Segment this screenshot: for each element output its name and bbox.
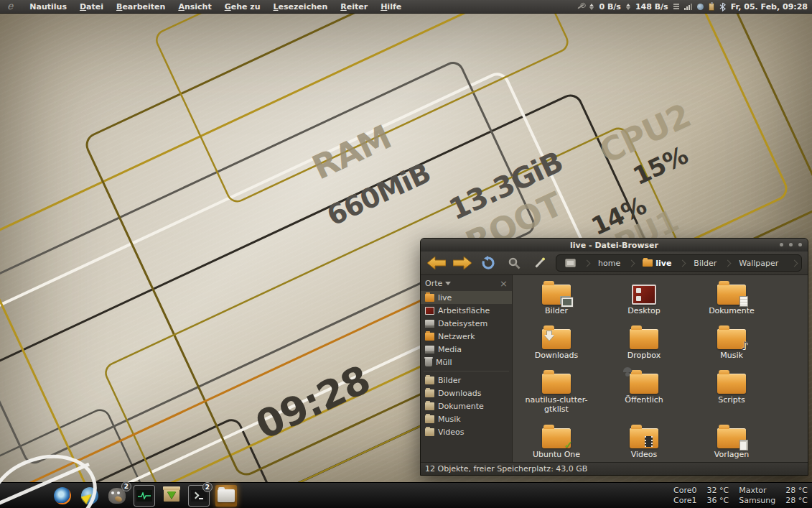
file-item-downloads[interactable]: Downloads xyxy=(513,323,600,367)
enlightenment-logo-icon[interactable]: e xyxy=(0,0,23,13)
chevron-down-icon xyxy=(445,282,451,285)
reload-icon xyxy=(481,256,495,270)
sensor-label: Core0 xyxy=(673,486,696,495)
top-menubar: e Nautilus Datei Bearbeiten Ansicht Gehe… xyxy=(0,0,812,14)
sidebar-header[interactable]: Orte × xyxy=(421,275,512,291)
music-emblem-icon: ♪ xyxy=(741,341,748,351)
sidebar-item-netzwerk[interactable]: Netzwerk xyxy=(421,330,512,343)
file-label: Desktop xyxy=(627,307,660,316)
sidebar-item-label: Bilder xyxy=(438,376,461,385)
menu-reiter[interactable]: Reiter xyxy=(334,1,374,13)
reload-button[interactable] xyxy=(478,254,498,272)
breadcrumb-bilder[interactable]: Bilder xyxy=(689,259,721,268)
messaging-icon[interactable] xyxy=(697,4,704,10)
file-label: Dropbox xyxy=(627,351,661,361)
file-item-bilder[interactable]: Bilder xyxy=(513,278,600,323)
desktop-screen: e Nautilus Datei Bearbeiten Ansicht Gehe… xyxy=(0,0,812,508)
folder-icon xyxy=(630,428,658,448)
sensor-value: 28 °C xyxy=(785,486,808,495)
dock-file-manager-active[interactable] xyxy=(215,485,237,507)
window-close-icon[interactable] xyxy=(798,243,802,246)
sidebar-item-dokumente[interactable]: Dokumente xyxy=(421,400,512,412)
desktop-icon xyxy=(425,307,434,315)
sidebar-item-bilder[interactable]: Bilder xyxy=(421,374,512,387)
sidebar-item-live[interactable]: live xyxy=(421,291,512,304)
window-title: live - Datei-Browser xyxy=(421,241,808,250)
sensor-value: 36 °C xyxy=(707,496,729,505)
indicator-menu-icon[interactable] xyxy=(673,4,679,9)
folder-icon xyxy=(717,428,746,448)
menu-nautilus[interactable]: Nautilus xyxy=(23,1,73,13)
places-sidebar: Orte × live Arbeitsfläche Dateisystem Ne… xyxy=(421,275,513,462)
window-minimize-icon[interactable] xyxy=(780,243,783,246)
file-item-ubuntu-one[interactable]: ✓ Ubuntu One xyxy=(513,422,600,462)
back-arrow-icon xyxy=(427,257,446,269)
clipboard-icon[interactable] xyxy=(709,3,714,11)
breadcrumb: home live Bilder Wallpaper xyxy=(556,254,802,272)
network-signal-icon[interactable] xyxy=(684,3,692,10)
sidebar-item-dateisystem[interactable]: Dateisystem xyxy=(421,317,512,330)
menu-lesezeichen[interactable]: Lesezeichen xyxy=(267,1,335,13)
file-item-videos[interactable]: Videos xyxy=(600,422,688,462)
search-button[interactable] xyxy=(504,254,524,272)
breadcrumb-computer[interactable] xyxy=(561,259,580,267)
folder-icon xyxy=(425,415,434,423)
window-count-badge: 2 xyxy=(202,482,213,492)
folder-icon xyxy=(425,389,434,397)
file-item-desktop[interactable]: Desktop xyxy=(600,278,688,323)
file-item-nautilus-clutter-gtklist[interactable]: nautilus-clutter-gtklist xyxy=(513,367,600,422)
sensor-applet: Core0 32 °C Maxtor 28 °C Core1 36 °C Sam… xyxy=(673,486,812,505)
file-item-dokumente[interactable]: Dokumente xyxy=(688,278,775,323)
clock-applet[interactable]: Fr, 05. Feb, 09:28 xyxy=(731,2,808,11)
forward-button[interactable] xyxy=(452,254,472,272)
window-maximize-icon[interactable] xyxy=(789,243,793,246)
dock-gimp[interactable]: 2 xyxy=(106,485,128,507)
dock-system-monitor[interactable] xyxy=(134,485,155,507)
sidebar-item-muell[interactable]: Müll xyxy=(421,356,512,369)
dock-terminal[interactable]: 2 xyxy=(188,485,210,507)
sensor-label: Core1 xyxy=(673,496,696,505)
edit-location-button[interactable] xyxy=(530,254,550,272)
menu-datei[interactable]: Datei xyxy=(73,1,110,13)
breadcrumb-live[interactable]: live xyxy=(638,259,676,268)
sidebar-item-label: Arbeitsfläche xyxy=(438,306,490,315)
window-controls[interactable] xyxy=(780,243,802,246)
breadcrumb-wallpaper[interactable]: Wallpaper xyxy=(734,259,783,268)
system-monitor-icon xyxy=(136,490,152,502)
menu-gehe-zu[interactable]: Gehe zu xyxy=(218,1,267,13)
connection-icon[interactable] xyxy=(578,4,584,9)
sidebar-item-media[interactable]: Media xyxy=(421,343,512,356)
sidebar-close-button[interactable]: × xyxy=(500,279,508,288)
sidebar-item-label: Downloads xyxy=(438,389,481,398)
folder-icon xyxy=(425,377,434,384)
menu-ansicht[interactable]: Ansicht xyxy=(172,1,218,13)
folder-icon xyxy=(425,402,434,410)
menu-hilfe[interactable]: Hilfe xyxy=(374,1,408,13)
breadcrumb-home[interactable]: home xyxy=(594,259,625,268)
file-item-dropbox[interactable]: Dropbox xyxy=(600,323,688,367)
sidebar-item-downloads[interactable]: Downloads xyxy=(421,387,512,400)
dock-package-manager[interactable] xyxy=(161,485,182,507)
file-item-vorlagen[interactable]: Vorlagen xyxy=(688,422,775,462)
folder-icon xyxy=(630,374,658,394)
file-item-scripts[interactable]: Scripts xyxy=(688,367,775,422)
net-upload-icon xyxy=(626,4,630,10)
sidebar-item-label: Media xyxy=(438,345,462,354)
bluetooth-icon[interactable] xyxy=(719,2,726,11)
folder-icon xyxy=(542,285,571,305)
chevron-right-icon xyxy=(679,259,686,267)
folder-icon xyxy=(630,329,658,349)
taskbar: 2 2 Core0 32 °C Maxtor 28 °C Core1 36 °C… xyxy=(0,482,812,508)
package-download-icon xyxy=(164,489,179,502)
file-item-musik[interactable]: ♪ Musik xyxy=(688,323,775,367)
sidebar-item-arbeitsflaeche[interactable]: Arbeitsfläche xyxy=(421,304,512,317)
trash-icon xyxy=(425,359,432,366)
sidebar-item-label: live xyxy=(438,293,452,303)
file-item-oeffentlich[interactable]: Öffentlich xyxy=(600,367,688,422)
window-titlebar[interactable]: live - Datei-Browser xyxy=(421,239,808,251)
sidebar-item-videos[interactable]: Videos xyxy=(421,425,512,438)
menu-bearbeiten[interactable]: Bearbeiten xyxy=(110,1,172,13)
back-button[interactable] xyxy=(426,254,447,272)
sidebar-header-label: Orte xyxy=(425,279,442,288)
sidebar-item-musik[interactable]: Musik xyxy=(421,412,512,425)
